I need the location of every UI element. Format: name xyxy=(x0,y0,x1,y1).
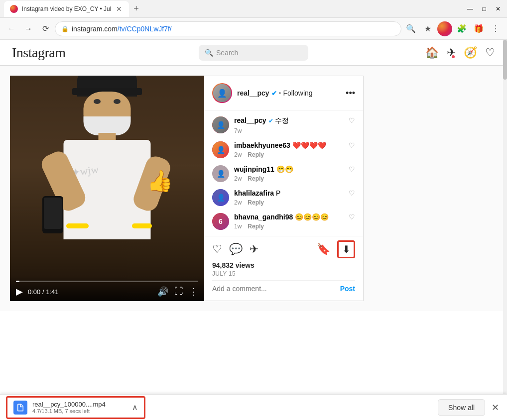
comment-username[interactable]: khalilazafira xyxy=(234,189,274,197)
phone-screen xyxy=(44,198,62,229)
download-bar: real__pcy_100000....mp4 4.7/13.1 MB, 7 s… xyxy=(0,394,507,420)
browser-tab[interactable]: Instagram video by EXO_CY • Jul ✕ xyxy=(4,1,129,17)
minimize-button[interactable]: — xyxy=(465,4,475,14)
search-bar[interactable]: 🔍 Search xyxy=(199,45,308,61)
search-toolbar-button[interactable]: 🔍 xyxy=(403,21,418,36)
progress-bar[interactable] xyxy=(16,281,198,282)
home-icon[interactable]: 🏠 xyxy=(425,46,439,59)
list-item: 👤 khalilazafira P 2w Reply ♡ xyxy=(212,189,355,206)
share-button[interactable]: ✈ xyxy=(250,243,258,256)
comment-username[interactable]: real__pcy xyxy=(234,116,266,124)
list-item: 👤 imbaekhyunee63 ❤️❤️❤️❤️ 2w Reply ♡ xyxy=(212,141,355,158)
list-item: 👤 wujinping11 😁😁 2w Reply ♡ xyxy=(212,165,355,182)
bracelet-right xyxy=(132,223,152,228)
instagram-header: Instagram 🔍 Search 🏠 ✈ 🧭 ♡ xyxy=(0,40,507,66)
download-filename: real__pcy_100000....mp4 xyxy=(32,401,127,408)
comment-input[interactable] xyxy=(212,285,340,293)
new-tab-button[interactable]: + xyxy=(129,2,143,16)
play-button[interactable]: ▶ xyxy=(16,286,23,297)
video-controls: ▶ 0:00 / 1:41 🔊 ⛶ ⋮ xyxy=(10,277,204,301)
avatar-inner: 👤 xyxy=(213,84,231,102)
progress-fill xyxy=(16,281,19,282)
comment-username[interactable]: wujinping11 xyxy=(234,165,274,173)
download-bar-right: Show all ✕ xyxy=(438,399,501,416)
list-item: 👤 real__pcy ✔ 수정 7w ♡ xyxy=(212,116,355,134)
maximize-button[interactable]: □ xyxy=(479,4,489,14)
comment-avatar[interactable]: 👤 xyxy=(212,141,229,158)
comment-time: 1w xyxy=(234,223,242,230)
reply-button[interactable]: Reply xyxy=(248,151,264,158)
show-all-button[interactable]: Show all xyxy=(438,399,485,416)
comment-avatar[interactable]: 👤 xyxy=(212,165,229,182)
right-controls: 🔊 ⛶ ⋮ xyxy=(157,286,198,297)
explore-icon[interactable]: 🧭 xyxy=(464,46,477,59)
extensions-button[interactable]: 🧩 xyxy=(454,21,469,36)
comment-like-icon[interactable]: ♡ xyxy=(349,165,355,173)
comment-username[interactable]: bhavna_gandhi98 xyxy=(234,213,293,221)
reload-button[interactable]: ⟳ xyxy=(38,21,53,36)
more-video-options[interactable]: ⋮ xyxy=(189,286,198,297)
post-owner-avatar[interactable]: 👤 xyxy=(212,83,232,103)
page-scrollbar-thumb[interactable] xyxy=(503,40,507,80)
comment-avatar[interactable]: 6 xyxy=(212,213,229,230)
download-file-box[interactable]: real__pcy_100000....mp4 4.7/13.1 MB, 7 s… xyxy=(6,396,145,419)
phone xyxy=(42,196,63,233)
video-player[interactable]: ✦wjw 👍 xyxy=(10,76,204,301)
video-frame: ✦wjw 👍 xyxy=(10,76,204,301)
gift-button[interactable]: 🎁 xyxy=(471,21,486,36)
post-actions: ♡ 💬 ✈ 🔖 ⬇ 94,832 views JULY 15 Post xyxy=(204,236,363,301)
heart-icon[interactable]: ♡ xyxy=(485,46,495,59)
page-scrollbar-track[interactable] xyxy=(503,40,507,394)
direct-icon[interactable]: ✈ xyxy=(447,46,456,59)
comment-text-line: khalilazafira P xyxy=(234,189,344,197)
post-details-panel: 👤 real__pcy ✔ • Following ••• 👤 xyxy=(204,76,364,301)
following-label[interactable]: Following xyxy=(283,89,313,97)
comment-avatar[interactable]: 👤 xyxy=(212,116,229,133)
address-bar[interactable]: 🔒 instagram.com/tv/CCp0NLwJf7f/ xyxy=(55,21,401,36)
back-button[interactable]: ← xyxy=(4,21,19,36)
bookmark-toolbar-button[interactable]: ★ xyxy=(420,21,435,36)
tab-close-button[interactable]: ✕ xyxy=(115,5,123,13)
reply-button[interactable]: Reply xyxy=(248,223,264,230)
download-meta: 4.7/13.1 MB, 7 secs left xyxy=(32,408,127,414)
comment-body: khalilazafira P 2w Reply xyxy=(234,189,344,206)
comment-username[interactable]: imbaekhyunee63 xyxy=(234,141,290,149)
fullscreen-button[interactable]: ⛶ xyxy=(174,286,183,297)
volume-button[interactable]: 🔊 xyxy=(157,286,168,297)
post-comment-button[interactable]: Post xyxy=(340,285,355,293)
comment-text-line: wujinping11 😁😁 xyxy=(234,165,344,173)
comment-like-icon[interactable]: ♡ xyxy=(349,116,355,124)
bookmark-button[interactable]: 🔖 xyxy=(317,243,330,256)
more-options-button[interactable]: ⋮ xyxy=(488,21,503,36)
reply-button[interactable]: Reply xyxy=(248,175,264,182)
close-button[interactable]: ✕ xyxy=(493,4,503,14)
toolbar-right-icons: 🔍 ★ 🧩 🎁 ⋮ xyxy=(403,21,503,36)
username-text[interactable]: real__pcy xyxy=(237,89,269,97)
comment-text-line: real__pcy ✔ 수정 xyxy=(234,116,344,125)
post-user-info: real__pcy ✔ • Following xyxy=(237,89,341,97)
comment-verified-icon: ✔ xyxy=(268,117,273,124)
reply-button[interactable]: Reply xyxy=(248,199,264,206)
comment-like-icon[interactable]: ♡ xyxy=(349,213,355,221)
like-button[interactable]: ♡ xyxy=(212,243,222,256)
comment-content: 수정 xyxy=(275,116,289,124)
download-button[interactable]: ⬇ xyxy=(337,240,355,258)
comment-like-icon[interactable]: ♡ xyxy=(349,141,355,149)
comment-avatar-image: 👤 xyxy=(212,141,229,158)
dot-separator: • xyxy=(279,89,281,97)
comment-button[interactable]: 💬 xyxy=(229,243,243,256)
forward-button[interactable]: → xyxy=(21,21,36,36)
comment-meta: 2w Reply xyxy=(234,199,344,206)
comment-time: 2w xyxy=(234,175,242,182)
comment-time: 2w xyxy=(234,199,242,206)
close-download-bar-button[interactable]: ✕ xyxy=(489,402,501,414)
profile-button[interactable] xyxy=(437,21,452,36)
comment-like-icon[interactable]: ♡ xyxy=(349,189,355,197)
time-display: 0:00 / 1:41 xyxy=(28,288,58,296)
more-options-button[interactable]: ••• xyxy=(346,88,355,99)
comment-avatar[interactable]: 👤 xyxy=(212,189,229,206)
search-icon: 🔍 xyxy=(205,49,213,57)
comment-text-line: bhavna_gandhi98 😊😊😊😊 xyxy=(234,213,344,221)
download-chevron-icon[interactable]: ∧ xyxy=(132,403,138,412)
window-controls: — □ ✕ xyxy=(465,4,503,14)
